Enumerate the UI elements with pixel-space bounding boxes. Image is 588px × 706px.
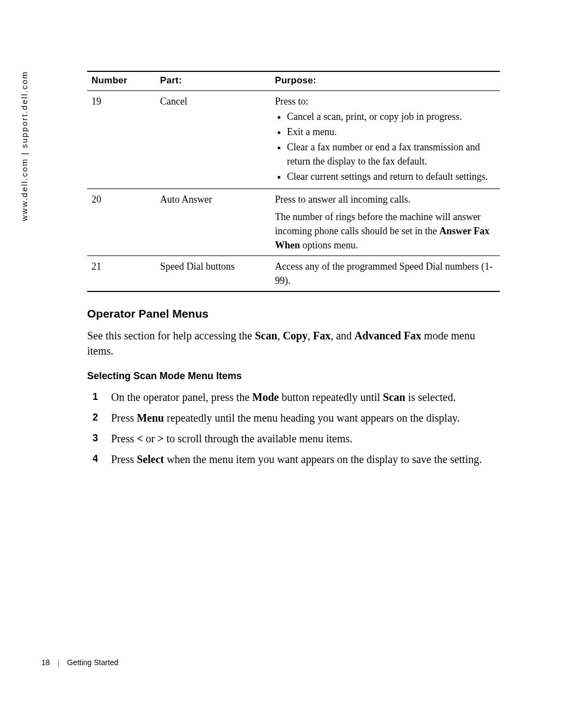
step-item: Press < or > to scroll through the avail…	[105, 431, 500, 446]
purpose-intro: Press to:	[275, 96, 309, 107]
th-number: Number	[87, 71, 156, 91]
section-heading: Operator Panel Menus	[87, 307, 500, 320]
table-row: 21 Speed Dial buttons Access any of the …	[87, 255, 500, 291]
cell-purpose: Press to answer all incoming calls. The …	[271, 188, 500, 255]
cell-part: Auto Answer	[156, 188, 271, 255]
steps-list: On the operator panel, press the Mode bu…	[87, 389, 500, 467]
footer-separator: |	[58, 658, 60, 667]
purpose-line: Press to answer all incoming calls.	[275, 192, 495, 206]
side-url: www.dell.com | support.dell.com	[20, 71, 29, 221]
th-part: Part:	[156, 71, 271, 91]
cell-purpose: Access any of the programmed Speed Dial …	[271, 255, 500, 291]
sub-heading: Selecting Scan Mode Menu Items	[87, 370, 500, 382]
cell-part: Cancel	[156, 91, 271, 189]
bullet-item: Exit a menu.	[287, 125, 495, 139]
cell-purpose: Press to: Cancel a scan, print, or copy …	[271, 91, 500, 189]
bullet-item: Clear current settings and return to def…	[287, 169, 495, 184]
intro-text: See this section for help accessing the …	[87, 328, 500, 358]
purpose-bullets: Cancel a scan, print, or copy job in pro…	[275, 109, 495, 184]
page-number: 18	[41, 658, 50, 667]
purpose-line: The number of rings before the machine w…	[275, 210, 495, 252]
th-purpose: Purpose:	[271, 71, 500, 91]
step-item: Press Select when the menu item you want…	[105, 452, 500, 467]
bullet-item: Clear a fax number or end a fax transmis…	[287, 140, 495, 168]
cell-number: 19	[87, 91, 156, 189]
cell-number: 20	[87, 188, 156, 255]
page-content: Number Part: Purpose: 19 Cancel Press to…	[87, 71, 500, 472]
table-row: 20 Auto Answer Press to answer all incom…	[87, 188, 500, 255]
table-header-row: Number Part: Purpose:	[87, 71, 500, 91]
cell-number: 21	[87, 255, 156, 291]
bullet-item: Cancel a scan, print, or copy job in pro…	[287, 109, 495, 124]
parts-table: Number Part: Purpose: 19 Cancel Press to…	[87, 71, 500, 292]
step-item: On the operator panel, press the Mode bu…	[105, 389, 500, 405]
page-footer: 18 | Getting Started	[41, 658, 118, 667]
cell-part: Speed Dial buttons	[156, 255, 271, 291]
side-url-text: www.dell.com | support.dell.com	[20, 71, 29, 221]
step-item: Press Menu repeatedly until the menu hea…	[105, 410, 500, 425]
table-row: 19 Cancel Press to: Cancel a scan, print…	[87, 91, 500, 189]
footer-section: Getting Started	[67, 658, 118, 667]
